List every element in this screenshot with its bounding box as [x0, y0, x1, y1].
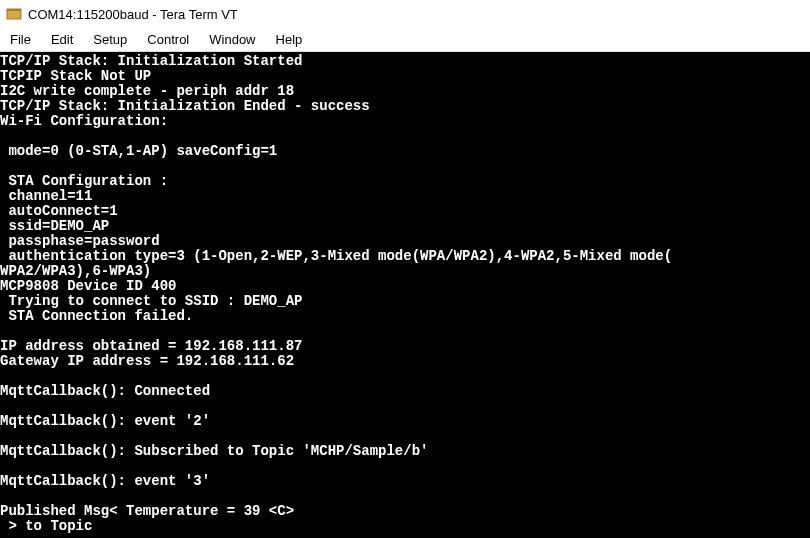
terminal-line	[0, 399, 810, 414]
menu-help[interactable]: Help	[266, 30, 313, 49]
terminal-line: Published Msg< Temperature = 39 <C>	[0, 504, 810, 519]
terminal-line: channel=11	[0, 189, 810, 204]
terminal-line	[0, 129, 810, 144]
terminal-line	[0, 429, 810, 444]
terminal-line: TCP/IP Stack: Initialization Ended - suc…	[0, 99, 810, 114]
menu-edit[interactable]: Edit	[41, 30, 83, 49]
terminal-line: authentication type=3 (1-Open,2-WEP,3-Mi…	[0, 249, 810, 264]
menu-control[interactable]: Control	[137, 30, 199, 49]
window-titlebar: COM14:115200baud - Tera Term VT	[0, 0, 810, 28]
terminal-line	[0, 459, 810, 474]
terminal-line: TCPIP Stack Not UP	[0, 69, 810, 84]
terminal-line: MqttCallback(): Subscribed to Topic 'MCH…	[0, 444, 810, 459]
app-icon	[6, 6, 22, 22]
svg-rect-1	[7, 9, 21, 11]
terminal-line: Trying to connect to SSID : DEMO_AP	[0, 294, 810, 309]
terminal-line	[0, 489, 810, 504]
terminal-line: MqttCallback(): Connected	[0, 384, 810, 399]
terminal-line: mode=0 (0-STA,1-AP) saveConfig=1	[0, 144, 810, 159]
terminal-line: passphase=password	[0, 234, 810, 249]
terminal-line: Gateway IP address = 192.168.111.62	[0, 354, 810, 369]
menu-setup[interactable]: Setup	[83, 30, 137, 49]
terminal-line: MCP9808 Device ID 400	[0, 279, 810, 294]
menu-file[interactable]: File	[4, 30, 41, 49]
terminal-line: MqttCallback(): event '3'	[0, 474, 810, 489]
terminal-line: Wi-Fi Configuration:	[0, 114, 810, 129]
terminal-line: > to Topic	[0, 519, 810, 534]
menu-window[interactable]: Window	[199, 30, 265, 49]
terminal-line: TCP/IP Stack: Initialization Started	[0, 54, 810, 69]
terminal-line: STA Configuration :	[0, 174, 810, 189]
terminal-line: ssid=DEMO_AP	[0, 219, 810, 234]
terminal-line: IP address obtained = 192.168.111.87	[0, 339, 810, 354]
terminal-line: WPA2/WPA3),6-WPA3)	[0, 264, 810, 279]
menubar: File Edit Setup Control Window Help	[0, 28, 810, 52]
terminal-line	[0, 159, 810, 174]
terminal-line: I2C write complete - periph addr 18	[0, 84, 810, 99]
terminal-output[interactable]: TCP/IP Stack: Initialization StartedTCPI…	[0, 52, 810, 538]
terminal-line: autoConnect=1	[0, 204, 810, 219]
terminal-line: STA Connection failed.	[0, 309, 810, 324]
window-title: COM14:115200baud - Tera Term VT	[28, 7, 238, 22]
terminal-line	[0, 369, 810, 384]
terminal-line: MqttCallback(): event '2'	[0, 414, 810, 429]
terminal-line	[0, 324, 810, 339]
